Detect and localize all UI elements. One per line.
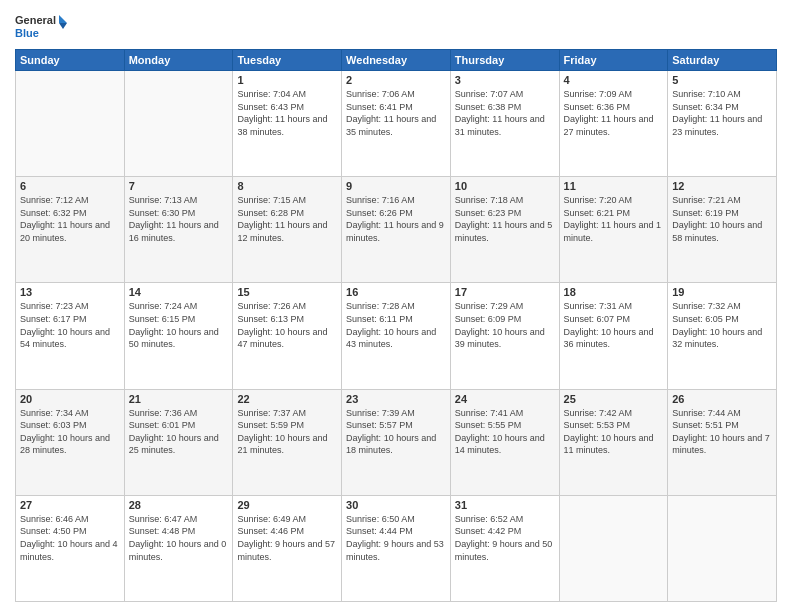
day-info: Sunrise: 7:13 AMSunset: 6:30 PMDaylight:… [129, 194, 229, 244]
day-number: 5 [672, 74, 772, 86]
calendar-cell: 29Sunrise: 6:49 AMSunset: 4:46 PMDayligh… [233, 495, 342, 601]
day-info: Sunrise: 7:18 AMSunset: 6:23 PMDaylight:… [455, 194, 555, 244]
svg-text:General: General [15, 14, 56, 26]
day-number: 25 [564, 393, 664, 405]
header-monday: Monday [124, 50, 233, 71]
calendar-cell: 23Sunrise: 7:39 AMSunset: 5:57 PMDayligh… [342, 389, 451, 495]
day-info: Sunrise: 6:46 AMSunset: 4:50 PMDaylight:… [20, 513, 120, 563]
day-info: Sunrise: 7:26 AMSunset: 6:13 PMDaylight:… [237, 300, 337, 350]
day-number: 15 [237, 286, 337, 298]
calendar-cell [668, 495, 777, 601]
calendar-cell: 2Sunrise: 7:06 AMSunset: 6:41 PMDaylight… [342, 71, 451, 177]
calendar-cell: 6Sunrise: 7:12 AMSunset: 6:32 PMDaylight… [16, 177, 125, 283]
calendar-cell: 9Sunrise: 7:16 AMSunset: 6:26 PMDaylight… [342, 177, 451, 283]
day-info: Sunrise: 7:15 AMSunset: 6:28 PMDaylight:… [237, 194, 337, 244]
day-number: 19 [672, 286, 772, 298]
calendar-cell: 28Sunrise: 6:47 AMSunset: 4:48 PMDayligh… [124, 495, 233, 601]
calendar-cell: 3Sunrise: 7:07 AMSunset: 6:38 PMDaylight… [450, 71, 559, 177]
day-info: Sunrise: 7:32 AMSunset: 6:05 PMDaylight:… [672, 300, 772, 350]
calendar-cell: 21Sunrise: 7:36 AMSunset: 6:01 PMDayligh… [124, 389, 233, 495]
day-info: Sunrise: 7:34 AMSunset: 6:03 PMDaylight:… [20, 407, 120, 457]
day-number: 31 [455, 499, 555, 511]
day-number: 17 [455, 286, 555, 298]
day-number: 21 [129, 393, 229, 405]
day-info: Sunrise: 6:47 AMSunset: 4:48 PMDaylight:… [129, 513, 229, 563]
day-info: Sunrise: 7:39 AMSunset: 5:57 PMDaylight:… [346, 407, 446, 457]
calendar-cell: 10Sunrise: 7:18 AMSunset: 6:23 PMDayligh… [450, 177, 559, 283]
week-row-3: 13Sunrise: 7:23 AMSunset: 6:17 PMDayligh… [16, 283, 777, 389]
day-info: Sunrise: 6:49 AMSunset: 4:46 PMDaylight:… [237, 513, 337, 563]
day-number: 27 [20, 499, 120, 511]
logo: General Blue [15, 10, 70, 45]
calendar-cell: 13Sunrise: 7:23 AMSunset: 6:17 PMDayligh… [16, 283, 125, 389]
header-sunday: Sunday [16, 50, 125, 71]
calendar-cell: 22Sunrise: 7:37 AMSunset: 5:59 PMDayligh… [233, 389, 342, 495]
day-info: Sunrise: 7:16 AMSunset: 6:26 PMDaylight:… [346, 194, 446, 244]
day-number: 26 [672, 393, 772, 405]
day-number: 30 [346, 499, 446, 511]
day-number: 10 [455, 180, 555, 192]
day-number: 11 [564, 180, 664, 192]
calendar-cell: 4Sunrise: 7:09 AMSunset: 6:36 PMDaylight… [559, 71, 668, 177]
calendar-cell: 14Sunrise: 7:24 AMSunset: 6:15 PMDayligh… [124, 283, 233, 389]
header-tuesday: Tuesday [233, 50, 342, 71]
week-row-4: 20Sunrise: 7:34 AMSunset: 6:03 PMDayligh… [16, 389, 777, 495]
calendar: SundayMondayTuesdayWednesdayThursdayFrid… [15, 49, 777, 602]
day-info: Sunrise: 7:10 AMSunset: 6:34 PMDaylight:… [672, 88, 772, 138]
day-number: 13 [20, 286, 120, 298]
day-number: 18 [564, 286, 664, 298]
day-info: Sunrise: 7:41 AMSunset: 5:55 PMDaylight:… [455, 407, 555, 457]
day-number: 8 [237, 180, 337, 192]
day-number: 23 [346, 393, 446, 405]
day-info: Sunrise: 7:29 AMSunset: 6:09 PMDaylight:… [455, 300, 555, 350]
svg-marker-3 [59, 23, 67, 29]
calendar-cell [559, 495, 668, 601]
header-saturday: Saturday [668, 50, 777, 71]
day-number: 24 [455, 393, 555, 405]
calendar-cell: 7Sunrise: 7:13 AMSunset: 6:30 PMDaylight… [124, 177, 233, 283]
calendar-cell: 1Sunrise: 7:04 AMSunset: 6:43 PMDaylight… [233, 71, 342, 177]
day-info: Sunrise: 7:37 AMSunset: 5:59 PMDaylight:… [237, 407, 337, 457]
calendar-cell: 5Sunrise: 7:10 AMSunset: 6:34 PMDaylight… [668, 71, 777, 177]
day-number: 3 [455, 74, 555, 86]
day-info: Sunrise: 7:31 AMSunset: 6:07 PMDaylight:… [564, 300, 664, 350]
calendar-header-row: SundayMondayTuesdayWednesdayThursdayFrid… [16, 50, 777, 71]
header-wednesday: Wednesday [342, 50, 451, 71]
week-row-2: 6Sunrise: 7:12 AMSunset: 6:32 PMDaylight… [16, 177, 777, 283]
calendar-cell: 15Sunrise: 7:26 AMSunset: 6:13 PMDayligh… [233, 283, 342, 389]
day-info: Sunrise: 7:23 AMSunset: 6:17 PMDaylight:… [20, 300, 120, 350]
day-info: Sunrise: 7:20 AMSunset: 6:21 PMDaylight:… [564, 194, 664, 244]
day-number: 14 [129, 286, 229, 298]
day-info: Sunrise: 7:24 AMSunset: 6:15 PMDaylight:… [129, 300, 229, 350]
day-info: Sunrise: 7:07 AMSunset: 6:38 PMDaylight:… [455, 88, 555, 138]
calendar-cell: 18Sunrise: 7:31 AMSunset: 6:07 PMDayligh… [559, 283, 668, 389]
calendar-cell: 17Sunrise: 7:29 AMSunset: 6:09 PMDayligh… [450, 283, 559, 389]
day-info: Sunrise: 7:36 AMSunset: 6:01 PMDaylight:… [129, 407, 229, 457]
calendar-cell: 8Sunrise: 7:15 AMSunset: 6:28 PMDaylight… [233, 177, 342, 283]
svg-text:Blue: Blue [15, 27, 39, 39]
svg-marker-2 [59, 15, 67, 23]
calendar-cell: 31Sunrise: 6:52 AMSunset: 4:42 PMDayligh… [450, 495, 559, 601]
calendar-cell: 25Sunrise: 7:42 AMSunset: 5:53 PMDayligh… [559, 389, 668, 495]
week-row-5: 27Sunrise: 6:46 AMSunset: 4:50 PMDayligh… [16, 495, 777, 601]
calendar-cell: 11Sunrise: 7:20 AMSunset: 6:21 PMDayligh… [559, 177, 668, 283]
day-info: Sunrise: 7:06 AMSunset: 6:41 PMDaylight:… [346, 88, 446, 138]
header-thursday: Thursday [450, 50, 559, 71]
calendar-cell: 26Sunrise: 7:44 AMSunset: 5:51 PMDayligh… [668, 389, 777, 495]
day-number: 1 [237, 74, 337, 86]
day-number: 4 [564, 74, 664, 86]
day-number: 7 [129, 180, 229, 192]
day-info: Sunrise: 7:12 AMSunset: 6:32 PMDaylight:… [20, 194, 120, 244]
week-row-1: 1Sunrise: 7:04 AMSunset: 6:43 PMDaylight… [16, 71, 777, 177]
day-info: Sunrise: 7:42 AMSunset: 5:53 PMDaylight:… [564, 407, 664, 457]
day-info: Sunrise: 7:21 AMSunset: 6:19 PMDaylight:… [672, 194, 772, 244]
day-info: Sunrise: 7:28 AMSunset: 6:11 PMDaylight:… [346, 300, 446, 350]
day-info: Sunrise: 6:52 AMSunset: 4:42 PMDaylight:… [455, 513, 555, 563]
calendar-cell: 20Sunrise: 7:34 AMSunset: 6:03 PMDayligh… [16, 389, 125, 495]
calendar-cell: 30Sunrise: 6:50 AMSunset: 4:44 PMDayligh… [342, 495, 451, 601]
day-number: 20 [20, 393, 120, 405]
day-number: 22 [237, 393, 337, 405]
day-info: Sunrise: 7:04 AMSunset: 6:43 PMDaylight:… [237, 88, 337, 138]
calendar-cell: 24Sunrise: 7:41 AMSunset: 5:55 PMDayligh… [450, 389, 559, 495]
day-number: 6 [20, 180, 120, 192]
